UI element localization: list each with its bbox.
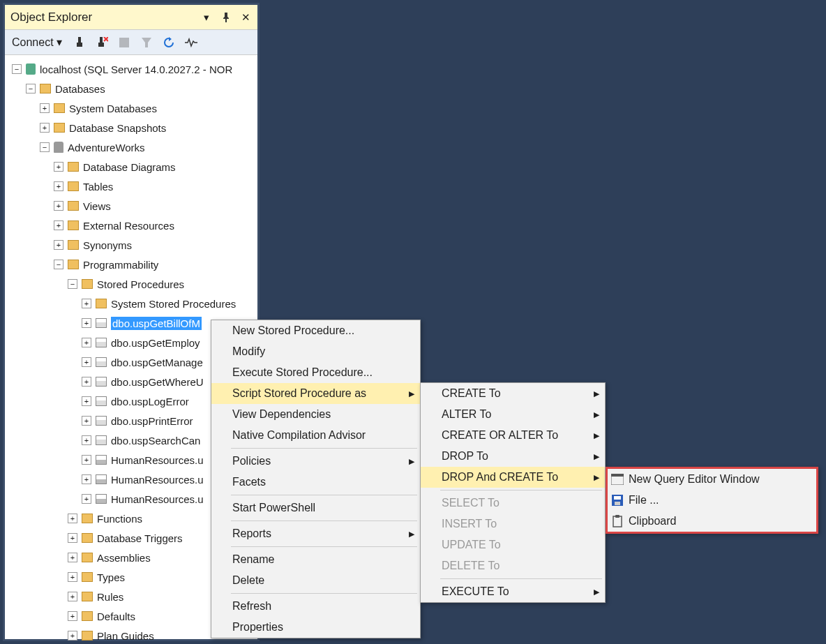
expand-icon[interactable]: + bbox=[82, 416, 91, 426]
menu-insert-to: INSERT To bbox=[421, 514, 605, 534]
database-icon bbox=[54, 142, 63, 153]
pin-icon[interactable] bbox=[220, 11, 232, 24]
expand-icon[interactable]: + bbox=[82, 396, 91, 406]
menu-policies[interactable]: Policies▶ bbox=[211, 451, 420, 472]
filter-icon[interactable] bbox=[139, 35, 154, 50]
tree-synonyms[interactable]: +Synonyms bbox=[8, 235, 257, 255]
menu-execute-to[interactable]: EXECUTE To▶ bbox=[421, 581, 605, 602]
collapse-icon[interactable]: − bbox=[12, 64, 22, 74]
tree-programmability[interactable]: −Programmability bbox=[8, 255, 257, 274]
expand-icon[interactable]: + bbox=[82, 299, 91, 308]
connect-button[interactable]: Connect ▾ bbox=[9, 34, 65, 50]
server-label: localhost (SQL Server 14.0.2027.2 - NOR bbox=[40, 63, 232, 75]
tree-server-node[interactable]: −localhost (SQL Server 14.0.2027.2 - NOR bbox=[8, 59, 257, 79]
expand-icon[interactable]: + bbox=[68, 592, 77, 601]
submenu-arrow-icon: ▶ bbox=[594, 587, 599, 597]
expand-icon[interactable]: + bbox=[82, 357, 91, 367]
stored-proc-icon bbox=[96, 474, 107, 484]
expand-icon[interactable]: + bbox=[68, 631, 77, 641]
tree-external-resources[interactable]: +External Resources bbox=[8, 216, 257, 235]
menu-facets[interactable]: Facets bbox=[211, 472, 420, 493]
menu-separator bbox=[440, 490, 602, 491]
menu-clipboard[interactable]: Clipboard bbox=[608, 511, 816, 532]
dropdown-icon[interactable]: ▾ bbox=[200, 11, 213, 24]
collapse-icon[interactable]: − bbox=[54, 260, 63, 269]
tree-system-databases[interactable]: +System Databases bbox=[8, 98, 257, 118]
expand-icon[interactable]: + bbox=[54, 240, 63, 250]
tree-diagrams[interactable]: +Database Diagrams bbox=[8, 157, 257, 177]
collapse-icon[interactable]: − bbox=[68, 279, 77, 289]
menu-new-query-editor-window[interactable]: New Query Editor Window bbox=[608, 469, 816, 490]
activity-icon[interactable] bbox=[183, 35, 199, 50]
menu-file[interactable]: File ... bbox=[608, 490, 816, 511]
menu-separator bbox=[440, 578, 602, 579]
expand-icon[interactable]: + bbox=[54, 201, 63, 211]
submenu-arrow-icon: ▶ bbox=[594, 473, 599, 482]
menu-label: Modify bbox=[232, 345, 265, 358]
menu-new-stored-procedure[interactable]: New Stored Procedure... bbox=[211, 320, 420, 341]
expand-icon[interactable]: + bbox=[54, 181, 63, 191]
tree-stored-procedures[interactable]: −Stored Procedures bbox=[8, 274, 257, 294]
expand-icon[interactable]: + bbox=[54, 162, 63, 172]
close-icon[interactable]: ✕ bbox=[239, 11, 252, 24]
tree-tables[interactable]: +Tables bbox=[8, 177, 257, 196]
menu-start-powershell[interactable]: Start PowerShell bbox=[211, 497, 420, 518]
node-label: Types bbox=[97, 571, 125, 583]
node-label: Databases bbox=[55, 83, 105, 95]
expand-icon[interactable]: + bbox=[68, 553, 77, 562]
expand-icon[interactable]: + bbox=[82, 338, 91, 347]
menu-rename[interactable]: Rename bbox=[211, 549, 420, 570]
expand-icon[interactable]: + bbox=[82, 318, 91, 328]
expand-icon[interactable]: + bbox=[68, 533, 77, 543]
tree-databases[interactable]: −Databases bbox=[8, 79, 257, 98]
menu-drop-and-create-to[interactable]: DROP And CREATE To▶ bbox=[421, 467, 605, 488]
tree-system-stored-procedures[interactable]: +System Stored Procedures bbox=[8, 294, 257, 313]
menu-script-as[interactable]: Script Stored Procedure as▶ bbox=[211, 383, 420, 404]
refresh-icon[interactable] bbox=[161, 35, 177, 50]
tree-adventureworks[interactable]: −AdventureWorks bbox=[8, 137, 257, 157]
menu-properties[interactable]: Properties bbox=[211, 617, 420, 638]
expand-icon[interactable]: + bbox=[40, 103, 50, 113]
expand-icon[interactable]: + bbox=[68, 572, 77, 582]
stop-icon[interactable] bbox=[117, 35, 132, 50]
menu-modify[interactable]: Modify bbox=[211, 341, 420, 362]
node-label: Database Triggers bbox=[97, 532, 183, 544]
connect-icon[interactable] bbox=[72, 35, 87, 50]
disconnect-icon[interactable] bbox=[94, 35, 110, 50]
expand-icon[interactable]: + bbox=[68, 611, 77, 621]
menu-label: DROP To bbox=[442, 450, 488, 463]
menu-delete[interactable]: Delete bbox=[211, 570, 420, 591]
menu-label: UPDATE To bbox=[442, 539, 501, 551]
menu-refresh[interactable]: Refresh bbox=[211, 596, 420, 617]
tree-views[interactable]: +Views bbox=[8, 196, 257, 216]
panel-title: Object Explorer bbox=[10, 10, 193, 24]
menu-separator bbox=[231, 546, 417, 547]
menu-view-dependencies[interactable]: View Dependencies bbox=[211, 404, 420, 425]
node-label: Tables bbox=[83, 181, 113, 193]
expand-icon[interactable]: + bbox=[82, 377, 91, 387]
svg-rect-2 bbox=[100, 37, 103, 43]
expand-icon[interactable]: + bbox=[82, 494, 91, 504]
collapse-icon[interactable]: − bbox=[40, 142, 50, 152]
menu-native-compilation[interactable]: Native Compilation Advisor bbox=[211, 425, 420, 446]
node-label: Synonyms bbox=[83, 239, 132, 251]
stored-proc-icon bbox=[96, 494, 107, 504]
folder-icon bbox=[82, 514, 93, 523]
expand-icon[interactable]: + bbox=[82, 474, 91, 484]
submenu-arrow-icon: ▶ bbox=[409, 389, 414, 398]
expand-icon[interactable]: + bbox=[54, 220, 63, 230]
svg-rect-11 bbox=[615, 502, 620, 505]
expand-icon[interactable]: + bbox=[82, 455, 91, 465]
expand-icon[interactable]: + bbox=[68, 514, 77, 523]
menu-drop-to[interactable]: DROP To▶ bbox=[421, 446, 605, 467]
collapse-icon[interactable]: − bbox=[26, 84, 36, 93]
menu-create-or-alter-to[interactable]: CREATE OR ALTER To▶ bbox=[421, 425, 605, 446]
menu-label: INSERT To bbox=[442, 518, 497, 530]
menu-create-to[interactable]: CREATE To▶ bbox=[421, 383, 605, 404]
menu-execute-sp[interactable]: Execute Stored Procedure... bbox=[211, 362, 420, 383]
menu-reports[interactable]: Reports▶ bbox=[211, 523, 420, 544]
expand-icon[interactable]: + bbox=[40, 123, 50, 133]
menu-alter-to[interactable]: ALTER To▶ bbox=[421, 404, 605, 425]
expand-icon[interactable]: + bbox=[82, 435, 91, 445]
tree-snapshots[interactable]: +Database Snapshots bbox=[8, 118, 257, 137]
